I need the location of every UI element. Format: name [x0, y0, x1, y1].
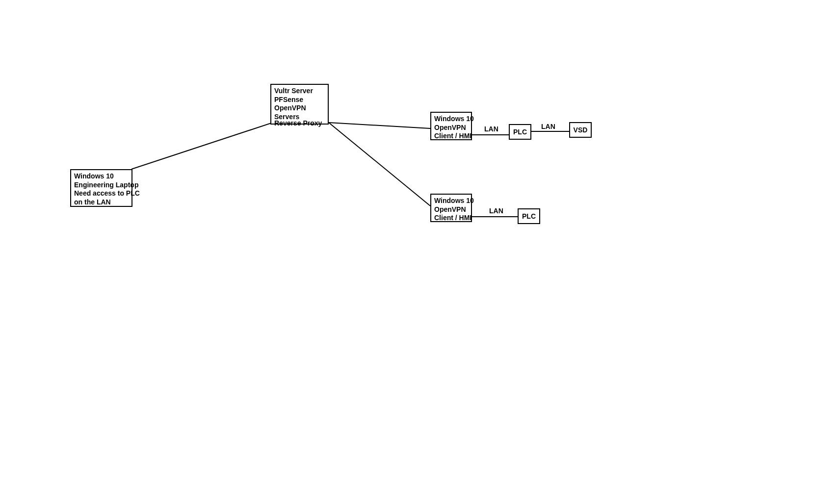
lan-label-1: LAN [484, 125, 498, 133]
svg-line-0 [131, 123, 273, 169]
hmi2-line3: Client / HMI [434, 214, 468, 223]
hmi1-node: Windows 10 OpenVPN Client / HMI [430, 112, 472, 140]
hmi2-node: Windows 10 OpenVPN Client / HMI [430, 194, 472, 222]
svg-line-2 [329, 123, 430, 206]
laptop-line3: Need access to PLC [74, 189, 129, 198]
laptop-line1: Windows 10 [74, 172, 129, 181]
hmi1-line2: OpenVPN [434, 124, 468, 132]
plc1-node: PLC [509, 124, 531, 140]
connector-lines [0, 0, 838, 504]
hmi1-line1: Windows 10 [434, 115, 468, 124]
engineering-laptop-node: Windows 10 Engineering Laptop Need acces… [70, 169, 132, 207]
server-line5: Reverse Proxy [274, 119, 325, 128]
lan-label-3: LAN [489, 207, 503, 215]
laptop-line2: Engineering Laptop [74, 181, 129, 190]
hmi2-line1: Windows 10 [434, 197, 468, 205]
server-line1: Vultr Server [274, 87, 325, 96]
server-line3: OpenVPN [274, 104, 325, 113]
server-line2: PFSense [274, 96, 325, 104]
vultr-server-node: Vultr Server PFSense OpenVPN Servers Rev… [270, 84, 329, 125]
vsd-label: VSD [574, 126, 588, 134]
plc1-label: PLC [513, 128, 527, 136]
plc2-label: PLC [522, 212, 536, 221]
svg-line-1 [329, 123, 430, 128]
laptop-line4: on the LAN [74, 198, 129, 207]
hmi1-line3: Client / HMI [434, 132, 468, 141]
plc2-node: PLC [518, 208, 540, 224]
lan-label-2: LAN [541, 123, 555, 130]
vsd-node: VSD [569, 122, 592, 138]
hmi2-line2: OpenVPN [434, 205, 468, 214]
